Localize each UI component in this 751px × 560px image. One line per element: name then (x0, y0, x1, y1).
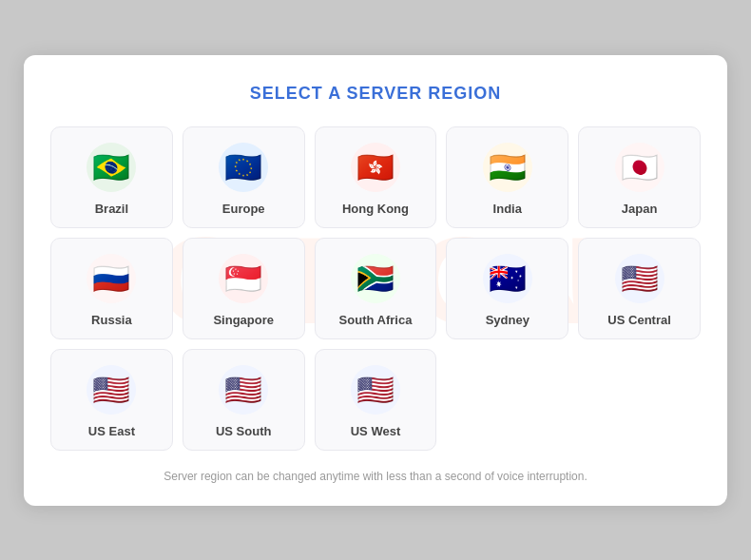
region-label-russia: Russia (91, 313, 132, 327)
flag-south-africa: 🇿🇦 (351, 254, 400, 303)
region-label-us-south: US South (216, 424, 272, 438)
region-label-brazil: Brazil (95, 202, 128, 216)
server-region-panel: CITTON SELECT A SERVER REGION 🇧🇷Brazil🇪🇺… (24, 55, 727, 506)
region-label-hong-kong: Hong Kong (342, 202, 409, 216)
flag-us-west: 🇺🇸 (351, 365, 400, 415)
flag-us-central: 🇺🇸 (615, 254, 664, 303)
region-grid-row1: 🇧🇷Brazil🇪🇺Europe🇭🇰Hong Kong🇮🇳India🇯🇵Japa… (50, 126, 701, 228)
region-card-europe[interactable]: 🇪🇺Europe (183, 126, 305, 228)
flag-brazil: 🇧🇷 (87, 143, 136, 192)
region-card-russia[interactable]: 🇷🇺Russia (50, 238, 173, 339)
region-card-us-west[interactable]: 🇺🇸US West (315, 349, 437, 451)
flag-us-south: 🇺🇸 (219, 365, 268, 415)
footer-text: Server region can be changed anytime wit… (50, 470, 701, 483)
region-grid-row2: 🇷🇺Russia🇸🇬Singapore🇿🇦South Africa🇦🇺Sydne… (50, 238, 701, 339)
region-label-us-west: US West (351, 424, 401, 438)
region-card-singapore[interactable]: 🇸🇬Singapore (183, 238, 305, 339)
region-card-south-africa[interactable]: 🇿🇦South Africa (315, 238, 437, 339)
region-grid-row3: 🇺🇸US East🇺🇸US South🇺🇸US West (50, 349, 701, 451)
flag-india: 🇮🇳 (483, 143, 532, 192)
flag-hong-kong: 🇭🇰 (351, 143, 400, 192)
flag-japan: 🇯🇵 (615, 143, 664, 192)
region-label-south-africa: South Africa (339, 313, 413, 327)
region-card-us-south[interactable]: 🇺🇸US South (183, 349, 305, 451)
region-card-hong-kong[interactable]: 🇭🇰Hong Kong (315, 126, 437, 228)
region-card-us-central[interactable]: 🇺🇸US Central (578, 238, 701, 339)
flag-russia: 🇷🇺 (87, 254, 136, 303)
region-card-us-east[interactable]: 🇺🇸US East (50, 349, 173, 451)
region-label-sydney: Sydney (486, 313, 530, 327)
region-label-singapore: Singapore (213, 313, 274, 327)
region-card-japan[interactable]: 🇯🇵Japan (578, 126, 701, 228)
flag-sydney: 🇦🇺 (483, 254, 532, 303)
region-card-brazil[interactable]: 🇧🇷Brazil (50, 126, 173, 228)
flag-singapore: 🇸🇬 (219, 254, 268, 303)
flag-us-east: 🇺🇸 (87, 365, 136, 415)
region-label-us-central: US Central (607, 313, 670, 327)
region-card-sydney[interactable]: 🇦🇺Sydney (446, 238, 568, 339)
region-label-europe: Europe (222, 202, 265, 216)
page-title: SELECT A SERVER REGION (50, 84, 701, 104)
region-card-india[interactable]: 🇮🇳India (446, 126, 568, 228)
region-label-japan: Japan (622, 202, 658, 216)
region-label-india: India (493, 202, 522, 216)
region-label-us-east: US East (88, 424, 135, 438)
flag-europe: 🇪🇺 (219, 143, 268, 192)
